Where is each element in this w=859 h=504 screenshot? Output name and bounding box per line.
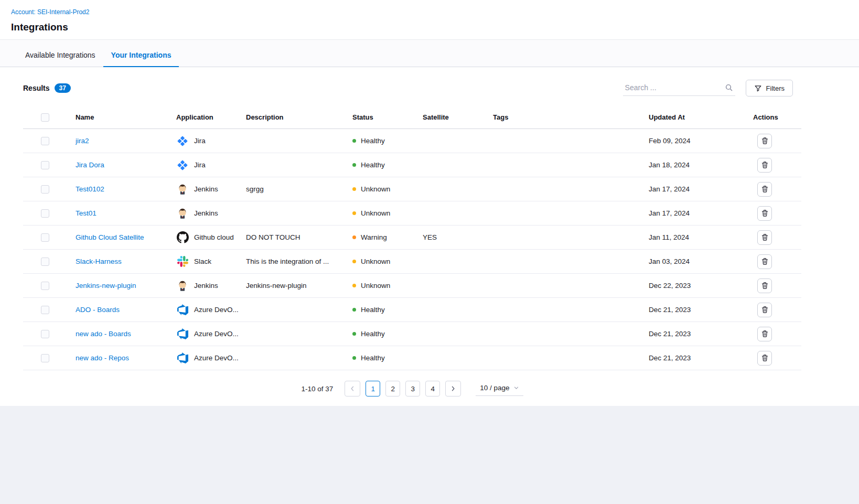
delete-button[interactable] xyxy=(757,182,772,197)
delete-button[interactable] xyxy=(757,278,772,293)
status-label: Warning xyxy=(361,233,387,241)
github-icon xyxy=(176,231,189,244)
chevron-down-icon xyxy=(513,385,519,391)
updated-at: Dec 21, 2023 xyxy=(649,354,753,362)
page-button-2[interactable]: 2 xyxy=(385,381,400,396)
column-header-name: Name xyxy=(76,113,176,121)
delete-button[interactable] xyxy=(757,230,772,245)
jenkins-icon xyxy=(176,183,189,196)
row-checkbox[interactable] xyxy=(41,282,49,290)
search-icon xyxy=(725,83,733,92)
row-checkbox[interactable] xyxy=(41,161,49,169)
select-all-checkbox[interactable] xyxy=(41,113,49,122)
application-label: Jira xyxy=(194,137,206,145)
trash-icon xyxy=(761,306,769,314)
status-dot xyxy=(352,235,356,239)
chevron-right-icon xyxy=(450,385,456,392)
filters-button[interactable]: Filters xyxy=(746,80,793,96)
filter-icon xyxy=(754,84,762,92)
updated-at: Jan 17, 2024 xyxy=(649,185,753,193)
search-box xyxy=(623,81,735,96)
row-checkbox[interactable] xyxy=(41,233,49,242)
trash-icon xyxy=(761,185,769,193)
prev-page-button[interactable] xyxy=(345,381,360,396)
status-dot xyxy=(352,139,356,143)
azure-icon xyxy=(176,304,189,316)
column-header-updated-at: Updated At xyxy=(649,113,753,121)
page-button-3[interactable]: 3 xyxy=(405,381,420,396)
updated-at: Feb 09, 2024 xyxy=(649,137,753,145)
next-page-button[interactable] xyxy=(445,381,461,396)
account-link[interactable]: Account: SEI-Internal-Prod2 xyxy=(11,8,89,16)
row-checkbox[interactable] xyxy=(41,306,49,314)
trash-icon xyxy=(761,233,769,241)
page-button-1[interactable]: 1 xyxy=(366,381,380,396)
trash-icon xyxy=(761,330,769,338)
status-dot xyxy=(352,284,356,287)
status-label: Unknown xyxy=(361,282,390,289)
trash-icon xyxy=(761,137,769,145)
delete-button[interactable] xyxy=(757,134,772,148)
status-label: Unknown xyxy=(361,185,390,193)
page-size-select[interactable]: 10 / page xyxy=(476,381,523,396)
integrations-page: Account: SEI-Internal-Prod2 Integrations… xyxy=(0,0,859,504)
pagination-range-label: 1-10 of 37 xyxy=(301,385,333,393)
updated-at: Dec 21, 2023 xyxy=(649,306,753,314)
delete-button[interactable] xyxy=(757,327,772,341)
column-header-tags: Tags xyxy=(493,113,649,121)
column-header-description: Description xyxy=(246,113,352,121)
search-input[interactable] xyxy=(624,83,725,92)
tab-available-integrations[interactable]: Available Integrations xyxy=(17,51,103,67)
row-checkbox[interactable] xyxy=(41,185,49,194)
status-label: Healthy xyxy=(361,306,385,314)
application-label: Slack xyxy=(194,258,211,265)
integration-name-link[interactable]: Test01 xyxy=(76,209,96,217)
row-checkbox[interactable] xyxy=(41,209,49,218)
page-button-4[interactable]: 4 xyxy=(425,381,440,396)
toolbar: Results 37 Filters xyxy=(23,80,801,96)
integration-name-link[interactable]: Slack-Harness xyxy=(76,258,122,265)
jira-icon xyxy=(176,159,189,171)
status-dot xyxy=(352,260,356,263)
description-text: This is the integration of ... xyxy=(246,258,352,265)
jira-icon xyxy=(176,135,189,147)
application-label: Jira xyxy=(194,161,206,169)
integration-name-link[interactable]: Github Cloud Satellite xyxy=(76,233,144,241)
main-content: Results 37 Filters Name Application De xyxy=(0,67,859,406)
integration-name-link[interactable]: new ado - Boards xyxy=(76,330,131,338)
integration-name-link[interactable]: new ado - Repos xyxy=(76,354,129,362)
status-label: Unknown xyxy=(361,209,390,217)
slack-icon xyxy=(176,255,189,268)
delete-button[interactable] xyxy=(757,351,772,366)
table-row: jira2 Jira Healthy Feb 09, 2024 xyxy=(23,129,801,153)
application-label: Jenkins xyxy=(194,185,218,193)
integration-name-link[interactable]: Test0102 xyxy=(76,185,104,193)
pagination: 1-10 of 37 1234 10 / page xyxy=(23,381,801,396)
trash-icon xyxy=(761,354,769,362)
integration-name-link[interactable]: Jira Dora xyxy=(76,161,104,169)
row-checkbox[interactable] xyxy=(41,330,49,338)
row-checkbox[interactable] xyxy=(41,354,49,362)
application-label: Azure DevO... xyxy=(194,306,239,314)
column-header-application: Application xyxy=(176,113,246,121)
table-row: Github Cloud Satellite Github cloud DO N… xyxy=(23,226,801,250)
azure-icon xyxy=(176,352,189,364)
row-checkbox[interactable] xyxy=(41,258,49,266)
updated-at: Jan 17, 2024 xyxy=(649,209,753,217)
delete-button[interactable] xyxy=(757,206,772,221)
row-checkbox[interactable] xyxy=(41,137,49,145)
tab-your-integrations[interactable]: Your Integrations xyxy=(103,51,179,67)
delete-button[interactable] xyxy=(757,303,772,317)
column-header-actions: Actions xyxy=(753,113,801,121)
delete-button[interactable] xyxy=(757,158,772,173)
application-label: Jenkins xyxy=(194,209,218,217)
satellite-value: YES xyxy=(423,233,493,241)
delete-button[interactable] xyxy=(757,254,772,269)
column-header-satellite: Satellite xyxy=(423,113,493,121)
jenkins-icon xyxy=(176,280,189,292)
integration-name-link[interactable]: jira2 xyxy=(76,137,89,145)
integration-name-link[interactable]: ADO - Boards xyxy=(76,306,120,314)
integration-name-link[interactable]: Jenkins-new-plugin xyxy=(76,282,136,289)
table-row: Jenkins-new-plugin Jenkins Jenkins-new-p… xyxy=(23,274,801,298)
status-label: Healthy xyxy=(361,137,385,145)
